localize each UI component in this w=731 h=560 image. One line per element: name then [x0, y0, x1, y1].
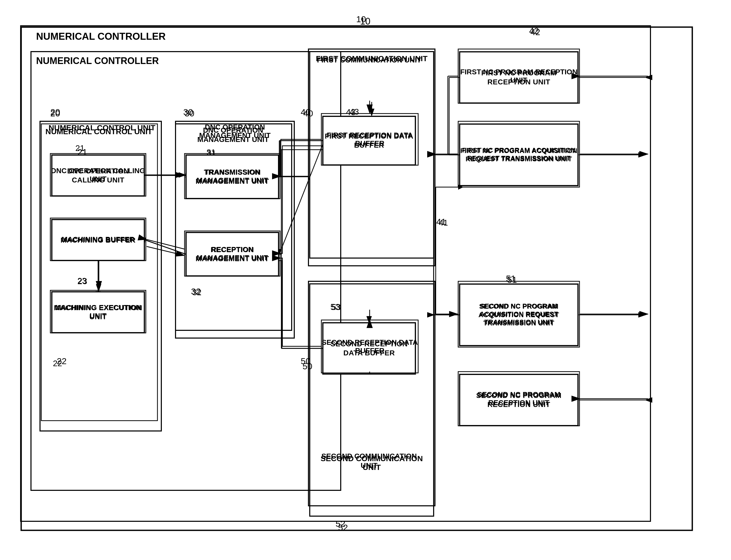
second-comm-label: SECOND COMMUNICATION UNIT [312, 452, 426, 470]
second-reception-buffer-box: SECOND RECEPTION DATA BUFFER [323, 323, 416, 374]
ref-53: 53 [330, 302, 340, 312]
second-nc-acquisition-box: SECOND NC PROGRAM ACQUISITION REQUEST TR… [459, 284, 578, 346]
second-nc-reception-box: SECOND NC PROGRAM RECEPTION UNIT [459, 374, 578, 426]
ref-10: 10 [356, 14, 366, 24]
ref-41: 41 [436, 217, 446, 227]
diagram-svg [0, 0, 731, 560]
machining-execution-box: MACHINING EXECUTION UNIT [52, 292, 145, 333]
first-reception-buffer-box: FIRST RECEPTION DATA BUFFER [323, 116, 416, 165]
dnc-operation-calling-box: DNC OPERATION CALLING UNIT [52, 155, 145, 196]
ref-32: 32 [191, 286, 201, 297]
diagram-container: 10 NUMERICAL CONTROLLER 20 NUMERICAL CON… [0, 0, 731, 560]
reception-mgmt-box: RECEPTION MANAGEMENT UNIT [186, 232, 279, 276]
ref-23: 23 [77, 276, 87, 286]
ncu-label: NUMERICAL CONTROL UNIT [43, 126, 154, 137]
ref-52: 52 [336, 519, 345, 529]
svg-line-32 [145, 240, 186, 254]
ref-50: 50 [301, 356, 311, 366]
ref-43: 43 [346, 107, 356, 117]
ref-22: 22 [57, 356, 67, 366]
first-nc-acquisition-box: FIRST NC PROGRAM ACQUISITION REQUEST TRA… [459, 124, 578, 186]
svg-rect-13 [310, 284, 434, 516]
numerical-controller-label: NUMERICAL CONTROLLER [36, 55, 159, 66]
ref-20: 20 [50, 107, 60, 117]
machining-buffer-box: MACHINING BUFFER [52, 219, 145, 261]
dnc-mgmt-label: DNC OPERATION MANAGEMENT UNIT [178, 126, 289, 145]
svg-line-27 [279, 145, 323, 254]
first-nc-reception-box: FIRST NC PROGRAM RECEPTION UNIT [459, 52, 578, 103]
transmission-mgmt-box: TRANSMISSION MANAGEMENT UNIT [186, 155, 279, 199]
ref-40: 40 [301, 107, 311, 117]
first-comm-label: FIRST COMMUNICATION UNIT [312, 55, 426, 65]
ref-30: 30 [183, 107, 193, 117]
ref-51: 51 [506, 274, 516, 284]
ref-42: 42 [529, 26, 539, 36]
